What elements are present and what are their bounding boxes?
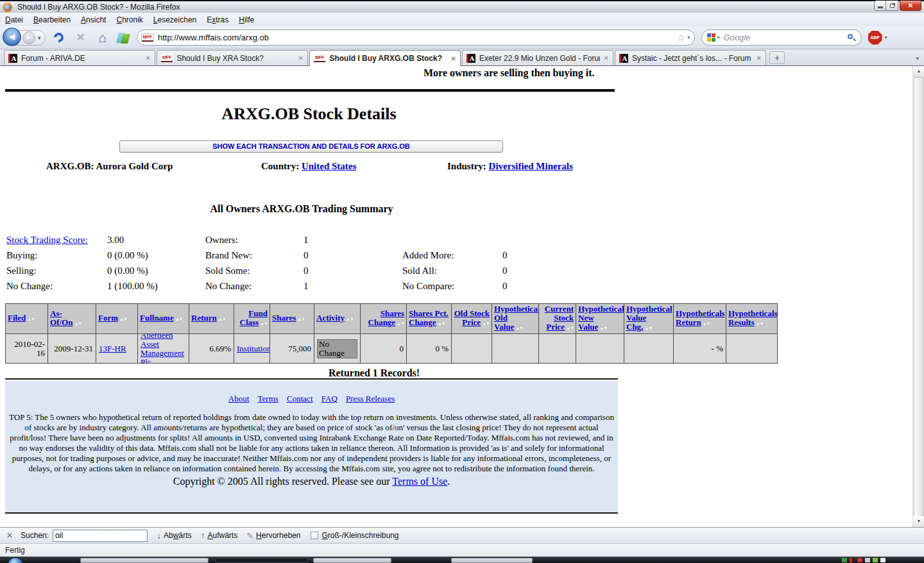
find-next-button[interactable]: ↓ Abwärts (157, 530, 191, 541)
scroll-up-icon[interactable]: ▲ (913, 66, 924, 77)
find-input[interactable] (53, 530, 148, 542)
adblock-dropdown-icon[interactable]: ▾ (885, 35, 887, 40)
sort-icon[interactable]: ▲▼ (515, 326, 523, 331)
site-favicon: MFF (141, 33, 154, 42)
sort-icon[interactable]: ▲▼ (260, 321, 268, 326)
sort-icon[interactable]: ▲▼ (755, 321, 763, 326)
tab-close-icon[interactable]: ✕ (604, 55, 609, 62)
menu-hilfe[interactable]: Hilfe (239, 15, 254, 24)
sort-icon[interactable]: ▲▼ (703, 321, 710, 326)
taskbar-window-button-active[interactable] (215, 558, 308, 563)
sort-icon[interactable]: ▲▼ (438, 321, 445, 326)
tray-icon[interactable] (850, 558, 855, 562)
col-form[interactable]: Form (98, 313, 118, 323)
taskbar-window-button[interactable] (313, 558, 391, 563)
stock-trading-score-link[interactable]: Stock Trading Score: (6, 235, 88, 245)
vertical-scrollbar[interactable]: ▲ ▼ (912, 66, 924, 527)
history-dropdown-icon[interactable]: ▾ (38, 35, 41, 41)
col-hypotheticals-return[interactable]: Hypotheticals Return (676, 308, 725, 327)
show-transactions-button[interactable]: SHOW EACH TRANSACTION AND DETAILS FOR AR… (119, 140, 503, 153)
tray-icon[interactable] (857, 558, 862, 562)
terms-link[interactable]: Terms (258, 394, 278, 403)
match-case-checkbox[interactable] (311, 532, 318, 539)
country-link[interactable]: United States (302, 161, 356, 171)
press-releases-link[interactable]: Press Releases (346, 394, 395, 403)
faq-link[interactable]: FAQ (321, 394, 338, 403)
sort-icon[interactable]: ▲▼ (297, 317, 305, 322)
restore-button[interactable] (886, 1, 898, 11)
findbar-close-icon[interactable]: ✕ (6, 531, 13, 540)
search-icon[interactable] (847, 33, 856, 42)
start-button[interactable] (8, 557, 23, 563)
minimize-button[interactable] (874, 1, 886, 11)
tab-xra-stock[interactable]: MFF Should I Buy XRA Stock? ✕ (157, 50, 308, 65)
addon-button[interactable] (116, 31, 130, 45)
sort-icon[interactable]: ▲▼ (175, 317, 183, 322)
sort-icon[interactable]: ▲▼ (74, 321, 81, 326)
sort-icon[interactable]: ▲▼ (566, 326, 574, 331)
menu-extras[interactable]: Extras (207, 15, 228, 24)
sort-icon[interactable]: ▲▼ (644, 326, 652, 331)
tray-icon[interactable] (873, 558, 878, 562)
sort-icon[interactable]: ▲▼ (218, 317, 226, 322)
back-button[interactable]: ◀ (3, 28, 21, 46)
tab-close-icon[interactable]: ✕ (298, 55, 304, 62)
menu-bearbeiten[interactable]: Bearbeiten (33, 15, 71, 24)
bookmark-star-icon[interactable]: ☆ (677, 33, 685, 43)
sort-icon[interactable]: ▲▼ (27, 317, 35, 322)
tray-icon[interactable] (880, 558, 886, 562)
home-button[interactable]: ⌂ (94, 29, 111, 46)
col-return[interactable]: Return (191, 313, 217, 323)
tab-exeter-forum[interactable]: A Exeter 22.9 Mio Unzen Gold - Forum... … (462, 50, 613, 65)
taskbar-window-button[interactable] (451, 558, 533, 563)
web-search-input[interactable] (724, 33, 847, 42)
col-fullname[interactable]: Fullname (140, 313, 174, 323)
menu-ansicht[interactable]: Ansicht (81, 15, 106, 24)
contact-link[interactable]: Contact (287, 394, 312, 403)
cell-form-link[interactable]: 13F-HR (99, 344, 126, 353)
col-filed[interactable]: Filed (8, 313, 26, 323)
col-shares[interactable]: Shares (272, 313, 296, 323)
close-window-button[interactable]: ✕ (900, 1, 921, 11)
find-previous-button[interactable]: ↑ Aufwärts (200, 530, 237, 541)
url-dropdown-icon[interactable]: ▾ (688, 35, 690, 40)
url-input[interactable] (158, 33, 674, 42)
tab-close-icon[interactable]: ✕ (757, 55, 762, 62)
menu-lesezeichen[interactable]: Lesezeichen (153, 15, 196, 24)
stop-button[interactable]: ✕ (73, 29, 89, 46)
highlight-all-button[interactable]: ✎ Hervorheben (246, 531, 300, 541)
tray-icon[interactable] (865, 558, 870, 562)
col-activity[interactable]: Activity (316, 313, 345, 323)
list-all-tabs-icon[interactable]: ▾ (916, 55, 919, 62)
tab-forum-ariva[interactable]: A Forum - ARIVA.DE ✕ (4, 50, 155, 65)
reload-button[interactable] (51, 29, 67, 46)
industry-link[interactable]: Diversified Minerals (489, 161, 573, 171)
tab-systaic-forum[interactable]: A Systaic - Jetzt geht`s los... - Forum … (615, 50, 766, 65)
new-tab-button[interactable]: + (769, 51, 785, 64)
col-as-of-on[interactable]: As-Of/On (50, 308, 73, 327)
sort-icon[interactable]: ▲▼ (397, 321, 404, 326)
tab-close-icon[interactable]: ✕ (451, 55, 456, 62)
search-engine-dropdown-icon[interactable]: ▾ (717, 35, 720, 40)
taskbar-window-button[interactable] (80, 558, 209, 563)
forward-button[interactable]: ▶ (22, 31, 35, 44)
about-link[interactable]: About (228, 394, 250, 403)
cell-fund-class-link[interactable]: Institution (237, 344, 270, 353)
cell-fullname-link[interactable]: Aberdeen Asset Management Plc (141, 334, 186, 363)
sort-icon[interactable]: ▲▼ (482, 321, 490, 326)
menu-chronik[interactable]: Chronik (116, 15, 142, 24)
col-hypotheticals-results[interactable]: Hypotheticals Results (728, 308, 777, 327)
tray-icon[interactable] (842, 558, 847, 562)
adblock-icon[interactable]: ABP (868, 31, 882, 45)
sort-icon[interactable]: ▲▼ (346, 317, 354, 322)
tab-close-icon[interactable]: ✕ (146, 55, 151, 62)
sort-icon[interactable]: ▲▼ (119, 317, 127, 322)
scroll-down-icon[interactable]: ▼ (913, 516, 924, 527)
menu-datei[interactable]: Datei (5, 15, 23, 24)
match-case-label: Groß-/Kleinschreibung (321, 531, 398, 540)
sort-icon[interactable]: ▲▼ (599, 326, 607, 331)
tab-arxg-stock-active[interactable]: MFF Should I Buy ARXG.OB Stock? ✕ (309, 50, 461, 66)
google-engine-icon[interactable] (707, 33, 715, 42)
terms-of-use-link[interactable]: Terms of Use (392, 476, 447, 487)
scrollbar-thumb[interactable] (914, 77, 924, 517)
